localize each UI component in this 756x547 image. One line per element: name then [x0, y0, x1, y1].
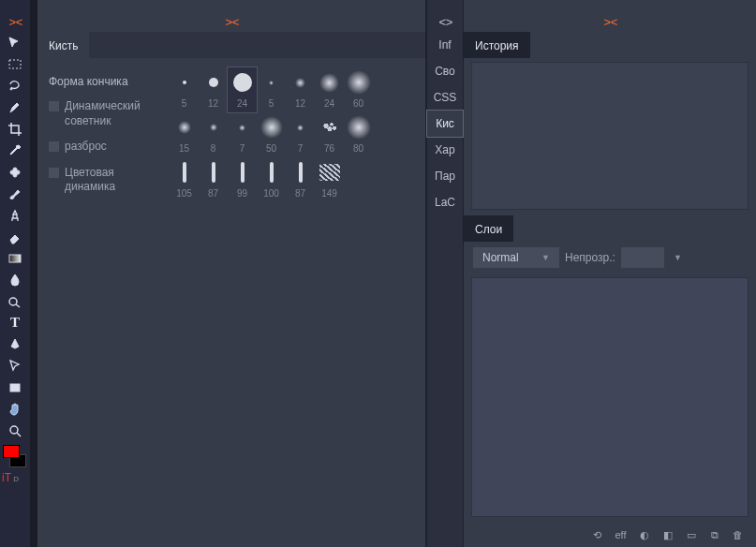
brush-preview-icon: [289, 115, 313, 140]
svg-point-7: [10, 426, 18, 434]
brush-preset[interactable]: 105: [170, 157, 199, 202]
blur-tool[interactable]: [0, 269, 30, 290]
brush-preview-icon: [201, 115, 226, 140]
brush-preset[interactable]: 149: [315, 157, 344, 202]
swap-default-colors[interactable]: iT D: [2, 471, 19, 484]
rectangle-tool[interactable]: [0, 377, 30, 398]
brush-preset[interactable]: 100: [257, 157, 286, 202]
brush-size-label: 24: [324, 98, 334, 109]
tools-toolbar: > < T iT D: [0, 0, 30, 547]
move-tool[interactable]: [0, 32, 30, 53]
mid-tab-пар[interactable]: Пар: [427, 163, 463, 189]
toolbar-collapse-arrows[interactable]: > <: [0, 0, 30, 32]
checkbox-icon[interactable]: [49, 141, 59, 152]
option-dynamic-advisor[interactable]: Динамический советник: [45, 94, 156, 134]
healing-tool[interactable]: [0, 161, 30, 183]
brush-preview-icon: [230, 160, 255, 185]
brush-preview-icon: [259, 160, 284, 185]
brush-size-label: 5: [269, 98, 274, 109]
rect-marquee-tool[interactable]: [0, 53, 30, 75]
brush-preset[interactable]: 7: [286, 112, 315, 157]
foreground-color-swatch[interactable]: [3, 445, 20, 458]
brush-preset[interactable]: 12: [199, 67, 228, 112]
brush-preview-icon: [172, 70, 197, 95]
mid-tab-сво[interactable]: Сво: [427, 58, 463, 84]
lasso-tool[interactable]: [0, 75, 30, 96]
brush-size-label: 7: [240, 143, 245, 154]
tab-brush[interactable]: Кисть: [37, 32, 89, 58]
mid-tab-хар[interactable]: Хар: [427, 137, 463, 163]
brush-preset[interactable]: 50: [257, 112, 286, 157]
option-tip-shape[interactable]: Форма кончика: [45, 69, 156, 94]
checkbox-icon[interactable]: [49, 168, 59, 178]
brush-preset[interactable]: 5: [170, 67, 199, 112]
brush-preset[interactable]: 60: [344, 67, 373, 112]
option-label: Динамический советник: [65, 99, 153, 128]
brush-size-label: 99: [237, 188, 247, 199]
paintbrush-tool[interactable]: [0, 183, 30, 204]
trash-icon[interactable]: 🗑: [731, 528, 745, 542]
eff-label[interactable]: eff: [614, 528, 628, 542]
brush-preview-icon: [318, 70, 342, 95]
color-swatches[interactable]: iT D: [0, 445, 30, 479]
link-icon[interactable]: ⟲: [590, 528, 604, 542]
brush-preset[interactable]: 7: [228, 112, 257, 157]
brush-preset[interactable]: 24: [315, 67, 344, 112]
brush-preset[interactable]: 15: [170, 112, 199, 157]
mid-tab-lac[interactable]: LaC: [427, 189, 463, 215]
brush-size-label: 80: [353, 143, 363, 154]
brush-size-label: 5: [182, 98, 187, 109]
zoom-tool[interactable]: [0, 420, 30, 441]
hand-tool[interactable]: [0, 398, 30, 420]
option-scatter[interactable]: разброс: [45, 134, 156, 160]
brush-presets-grid: 512245122460 15875077680 105879910087149: [164, 64, 425, 547]
brush-panel-collapse-arrows[interactable]: > <: [37, 0, 425, 32]
brush-preset[interactable]: 87: [286, 157, 315, 202]
mid-tab-css[interactable]: CSS: [427, 84, 463, 111]
opacity-input[interactable]: [621, 247, 664, 268]
brush-preset[interactable]: 12: [286, 67, 315, 112]
brush-options-list: Форма кончика Динамический советник разб…: [37, 64, 164, 547]
brush-preset[interactable]: 87: [199, 157, 228, 202]
right-collapse-arrows[interactable]: > <: [464, 0, 756, 32]
checkbox-icon[interactable]: [49, 101, 59, 111]
brush-size-label: 24: [237, 98, 247, 109]
option-color-dynamics[interactable]: Цветовая динамика: [45, 160, 156, 200]
duplicate-icon[interactable]: ⧉: [707, 528, 721, 542]
brush-preset[interactable]: 24: [228, 67, 257, 112]
tab-history[interactable]: История: [464, 32, 530, 58]
mask-icon[interactable]: ◐: [637, 528, 651, 542]
mid-collapse-arrows[interactable]: < >: [427, 0, 463, 32]
history-list[interactable]: [471, 62, 749, 210]
mid-tab-inf[interactable]: Inf: [427, 32, 463, 58]
burn-tool[interactable]: [0, 290, 30, 312]
brush-preset[interactable]: 99: [228, 157, 257, 202]
gradient-tool[interactable]: [0, 247, 30, 269]
svg-point-5: [9, 298, 17, 305]
brush-preview-icon: [201, 70, 226, 95]
crop-tool[interactable]: [0, 118, 30, 140]
mid-tabs-column: < > InfСвоCSSКисХарПарLaC: [426, 0, 464, 547]
mid-tab-кис[interactable]: Кис: [427, 111, 463, 137]
brush-preset[interactable]: 5: [257, 67, 286, 112]
brush-preset[interactable]: 80: [344, 112, 373, 157]
adjust-icon[interactable]: ◧: [660, 528, 674, 542]
type-tool[interactable]: T: [0, 312, 30, 333]
brush-tool[interactable]: [0, 96, 30, 118]
opacity-label: Непрозр.:: [565, 251, 615, 264]
clone-tool[interactable]: [0, 204, 30, 226]
history-panel: История: [464, 32, 756, 210]
folder-icon[interactable]: ▭: [684, 528, 698, 542]
eraser-tool[interactable]: [0, 226, 30, 247]
brush-preset[interactable]: 8: [199, 112, 228, 157]
brush-preset[interactable]: 76: [315, 112, 344, 157]
layers-list[interactable]: [471, 277, 749, 517]
chevron-down-icon[interactable]: ▼: [670, 253, 686, 262]
tab-layers[interactable]: Слои: [464, 215, 513, 242]
eyedropper-tool[interactable]: [0, 140, 30, 161]
path-select-tool[interactable]: [0, 355, 30, 377]
brush-size-label: 12: [295, 98, 305, 109]
blend-mode-dropdown[interactable]: Normal▼: [473, 247, 559, 268]
pen-tool[interactable]: [0, 333, 30, 355]
brush-size-label: 7: [298, 143, 304, 154]
